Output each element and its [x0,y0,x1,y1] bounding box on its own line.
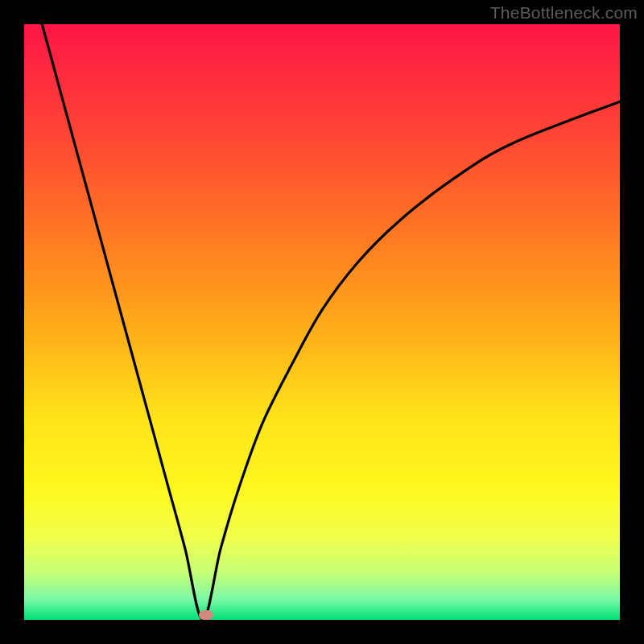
minimum-marker [199,610,213,620]
chart-frame: TheBottleneck.com [0,0,644,644]
plot-area [24,24,620,620]
watermark-text: TheBottleneck.com [490,3,638,23]
v-curve [24,24,620,620]
